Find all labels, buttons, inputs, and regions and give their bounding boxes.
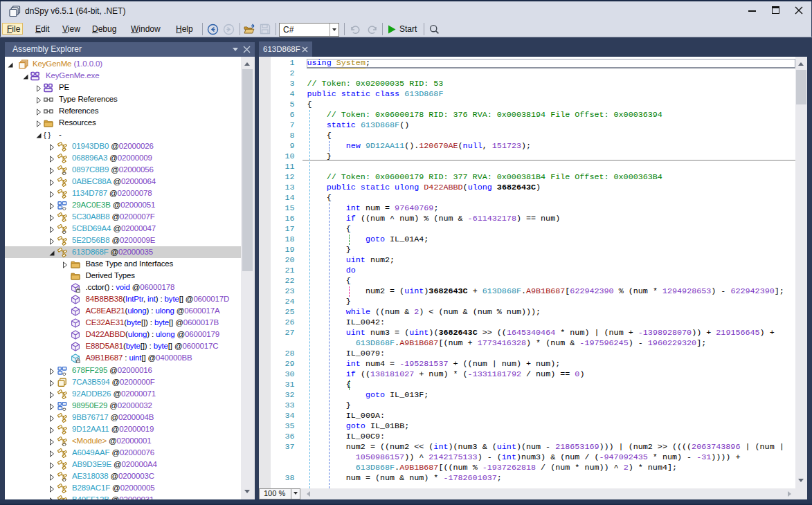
svg-text:{ }: { } [44, 131, 51, 139]
